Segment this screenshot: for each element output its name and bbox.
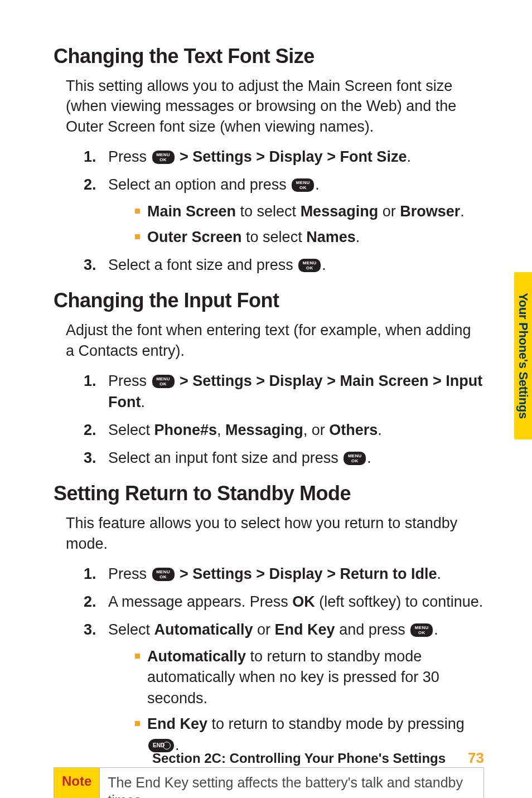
- bold-text: Others: [329, 422, 378, 438]
- sub-item: Automatically to return to standby mode …: [135, 646, 484, 709]
- menu-ok-key-icon: [410, 623, 433, 637]
- section-heading: Setting Return to Standby Mode: [54, 482, 484, 505]
- step-number: 3.: [84, 620, 96, 641]
- step-item: 3.Select a font size and press .: [84, 255, 484, 276]
- section-intro: This feature allows you to select how yo…: [66, 513, 481, 554]
- page-content: Changing the Text Font SizeThis setting …: [54, 45, 484, 756]
- bold-text: Messaging: [225, 422, 303, 438]
- step-number: 2.: [84, 420, 96, 441]
- bold-text: Names: [306, 229, 356, 245]
- steps-list: 1.Press > Settings > Display > Font Size…: [84, 147, 484, 275]
- steps-list: 1.Press > Settings > Display > Return to…: [84, 564, 484, 756]
- bold-text: Outer Screen: [147, 229, 242, 245]
- menu-ok-key-icon: [152, 375, 175, 388]
- step-number: 2.: [84, 592, 96, 613]
- note-body: The End Key setting affects the battery'…: [100, 768, 483, 798]
- sub-item: Outer Screen to select Names.: [135, 227, 484, 248]
- menu-ok-key-icon: [292, 178, 314, 192]
- side-tab: Your Phone's Settings: [514, 272, 532, 439]
- step-item: 2.A message appears. Press OK (left soft…: [84, 592, 484, 613]
- step-number: 2.: [84, 175, 96, 196]
- bold-text: End Key: [147, 715, 207, 732]
- sub-item: Main Screen to select Messaging or Brows…: [135, 201, 484, 223]
- sub-list: Automatically to return to standby mode …: [135, 646, 484, 756]
- bold-text: Phone#s: [154, 422, 217, 438]
- step-number: 1.: [84, 147, 96, 168]
- step-item: 3.Select Automatically or End Key and pr…: [84, 620, 484, 756]
- step-number: 1.: [84, 564, 96, 585]
- bold-text: Automatically: [147, 648, 246, 665]
- step-number: 1.: [84, 371, 96, 392]
- footer-page-number: 73: [468, 749, 484, 767]
- page-footer: Section 2C: Controlling Your Phone's Set…: [54, 749, 484, 767]
- step-item: 1.Press > Settings > Display > Return to…: [84, 564, 484, 585]
- bold-text: Automatically: [154, 621, 253, 638]
- step-item: 3.Select an input font size and press .: [84, 448, 484, 469]
- bold-text: Browser: [400, 203, 460, 220]
- menu-ok-key-icon: [152, 151, 175, 164]
- menu-ok-key-icon: [344, 452, 366, 465]
- menu-ok-key-icon: [152, 568, 175, 581]
- step-item: 1.Press > Settings > Display > Main Scre…: [84, 371, 484, 413]
- step-item: 2.Select an option and press .Main Scree…: [84, 175, 484, 248]
- sub-list: Main Screen to select Messaging or Brows…: [135, 201, 484, 248]
- section-intro: This setting allows you to adjust the Ma…: [66, 76, 481, 137]
- note-box: Note The End Key setting affects the bat…: [54, 767, 484, 798]
- step-item: 1.Press > Settings > Display > Font Size…: [84, 147, 484, 168]
- bold-text: Main Screen: [147, 203, 236, 220]
- bold-text: Messaging: [301, 203, 379, 220]
- bold-text: End Key: [275, 621, 335, 638]
- section-intro: Adjust the font when entering text (for …: [66, 320, 481, 361]
- page: Changing the Text Font SizeThis setting …: [0, 0, 532, 798]
- section-heading: Changing the Input Font: [54, 289, 484, 312]
- footer-section-title: Section 2C: Controlling Your Phone's Set…: [152, 751, 446, 766]
- step-item: 2.Select Phone#s, Messaging, or Others.: [84, 420, 484, 441]
- note-label: Note: [54, 768, 100, 798]
- bold-text: OK: [292, 593, 315, 610]
- bold-text: > Settings > Display > Return to Idle: [176, 565, 437, 582]
- steps-list: 1.Press > Settings > Display > Main Scre…: [84, 371, 484, 468]
- section-heading: Changing the Text Font Size: [54, 45, 484, 68]
- bold-text: > Settings > Display > Font Size: [176, 148, 407, 165]
- step-number: 3.: [84, 255, 96, 276]
- menu-ok-key-icon: [298, 259, 321, 272]
- step-number: 3.: [84, 448, 96, 469]
- side-tab-label: Your Phone's Settings: [516, 293, 530, 419]
